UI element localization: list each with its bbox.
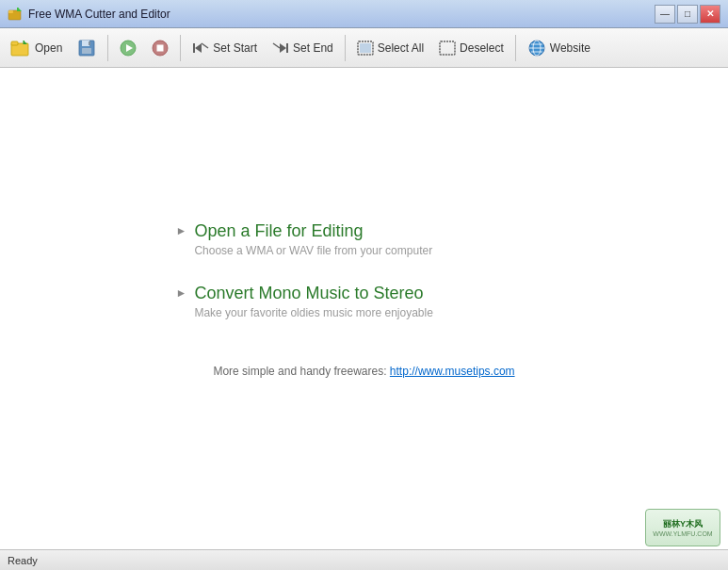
svg-marker-17 (195, 43, 202, 53)
title-bar: Free WMA Cutter and Editor — □ ✕ (0, 0, 728, 28)
watermark: 丽林Y木风 WWW.YLMFU.COM (645, 509, 720, 546)
svg-rect-1 (8, 10, 13, 13)
svg-rect-10 (82, 48, 91, 54)
convert-mono-title[interactable]: Convert Mono Music to Stereo (194, 284, 432, 303)
convert-mono-subtitle: Make your favorite oldies music more enj… (194, 306, 432, 319)
set-start-icon (192, 41, 209, 56)
svg-rect-7 (24, 41, 25, 44)
open-file-subtitle: Choose a WMA or WAV file from your compu… (194, 244, 432, 257)
website-icon (527, 39, 546, 57)
svg-rect-24 (440, 41, 455, 55)
deselect-icon (439, 41, 456, 56)
watermark-line2: WWW.YLMFU.COM (653, 530, 712, 537)
window-title: Free WMA Cutter and Editor (28, 8, 655, 21)
svg-marker-2 (18, 8, 22, 11)
stop-icon (152, 40, 169, 57)
watermark-line1: 丽林Y木风 (663, 518, 703, 530)
set-end-label: Set End (293, 41, 333, 55)
svg-line-21 (273, 43, 280, 48)
svg-rect-9 (82, 41, 89, 46)
stop-button[interactable] (145, 32, 175, 64)
play-icon (120, 40, 137, 57)
separator-2 (180, 35, 181, 61)
set-start-label: Set Start (213, 41, 257, 55)
svg-marker-20 (280, 43, 286, 53)
toolbar: Open (0, 28, 728, 68)
svg-rect-16 (193, 43, 195, 53)
save-button[interactable] (71, 32, 103, 64)
window-controls: — □ ✕ (655, 5, 720, 24)
convert-mono-text-block: Convert Mono Music to Stereo Make your f… (194, 284, 432, 319)
open-button[interactable]: Open (4, 32, 69, 64)
maximize-button[interactable]: □ (677, 5, 698, 24)
select-all-label: Select All (378, 41, 424, 55)
app-icon (8, 7, 23, 22)
content-inner: ► Open a File for Editing Choose a WMA o… (176, 221, 553, 378)
minimize-button[interactable]: — (655, 5, 675, 24)
svg-rect-23 (360, 43, 371, 53)
separator-4 (515, 35, 516, 61)
website-button[interactable]: Website (521, 32, 597, 64)
open-label: Open (35, 41, 62, 55)
arrow-icon-2: ► (176, 286, 187, 300)
website-label: Website (550, 41, 590, 55)
status-bar: Ready (0, 549, 728, 570)
svg-rect-19 (286, 43, 288, 53)
website-link[interactable]: http://www.musetips.com (390, 365, 515, 378)
separator-3 (345, 35, 346, 61)
open-file-text-block: Open a File for Editing Choose a WMA or … (194, 221, 432, 257)
separator-1 (107, 35, 108, 61)
main-content: ► Open a File for Editing Choose a WMA o… (0, 68, 728, 549)
play-button[interactable] (113, 32, 143, 64)
open-file-action[interactable]: ► Open a File for Editing Choose a WMA o… (176, 221, 433, 257)
svg-line-18 (202, 43, 208, 48)
deselect-label: Deselect (460, 41, 504, 55)
status-text: Ready (8, 555, 38, 566)
svg-rect-15 (157, 44, 164, 51)
select-all-icon (357, 41, 374, 56)
svg-rect-3 (17, 8, 19, 11)
deselect-button[interactable]: Deselect (432, 32, 510, 64)
open-file-title[interactable]: Open a File for Editing (194, 221, 432, 241)
select-all-button[interactable]: Select All (350, 32, 430, 64)
set-end-icon (272, 41, 289, 56)
save-icon (77, 39, 96, 57)
arrow-icon-1: ► (176, 224, 187, 237)
set-end-button[interactable]: Set End (266, 32, 340, 64)
svg-rect-11 (89, 41, 90, 45)
set-start-button[interactable]: Set Start (186, 32, 264, 64)
svg-rect-5 (11, 41, 18, 45)
close-button[interactable]: ✕ (700, 5, 720, 24)
website-note: More simple and handy freewares: http://… (176, 365, 553, 378)
open-icon (10, 39, 31, 57)
website-note-text: More simple and handy freewares: (213, 365, 386, 378)
convert-mono-action[interactable]: ► Convert Mono Music to Stereo Make your… (176, 284, 433, 319)
